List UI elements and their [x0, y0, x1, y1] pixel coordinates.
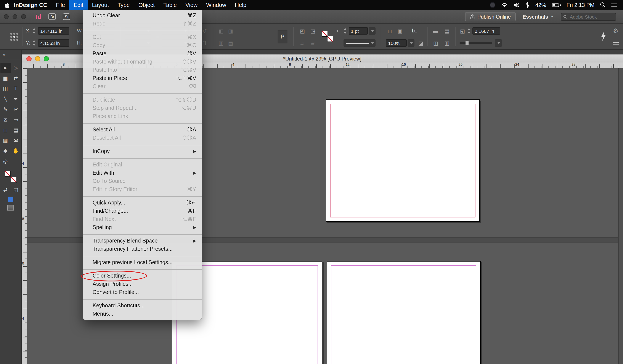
- adobe-stock-search[interactable]: [561, 13, 616, 20]
- menubar-app-name[interactable]: InDesign CC: [13, 0, 52, 10]
- close-window-button[interactable]: [4, 14, 9, 19]
- gradient-swatch-tool[interactable]: ▤: [11, 125, 21, 135]
- menubar-menu-layout[interactable]: Layout: [88, 0, 113, 10]
- stroke-weight-stepper[interactable]: [344, 27, 347, 35]
- menu-item-incopy[interactable]: InCopy▶: [83, 147, 202, 156]
- eyedropper-tool[interactable]: ◆: [0, 146, 11, 156]
- align-icon-2[interactable]: ◳: [309, 28, 317, 35]
- vertical-scrollbar[interactable]: [618, 68, 623, 364]
- menu-item-transparency-flattener-presets[interactable]: Transparency Flattener Presets...: [83, 245, 202, 253]
- y-input[interactable]: [38, 39, 69, 47]
- minimize-window-button[interactable]: [13, 14, 17, 19]
- content-collector-tool[interactable]: ◫: [0, 83, 11, 94]
- apply-dropdown-icon[interactable]: ▼: [335, 28, 340, 35]
- menubar-clock[interactable]: Fri 2:13 PM: [567, 2, 594, 8]
- scissors-tool[interactable]: ✂: [11, 104, 21, 115]
- apple-menu-icon[interactable]: [0, 1, 13, 8]
- default-fill-stroke-icon[interactable]: ◱: [11, 185, 21, 195]
- menu-item-edit-with[interactable]: Edit With▶: [83, 169, 202, 177]
- corner-options-icon[interactable]: ◱: [459, 28, 466, 35]
- align-icon-1[interactable]: ◰: [299, 28, 306, 35]
- menu-item-find-change[interactable]: Find/Change...⌘F: [83, 207, 202, 215]
- x-stepper[interactable]: [32, 27, 36, 35]
- menubar-menu-object[interactable]: Object: [134, 0, 159, 10]
- free-transform-tool[interactable]: ◻: [0, 125, 11, 135]
- text-wrap-icon[interactable]: ▤: [443, 28, 451, 35]
- bluetooth-icon[interactable]: [526, 2, 530, 8]
- page-1[interactable]: [326, 100, 480, 222]
- rectangle-frame-tool[interactable]: ⊠: [0, 115, 11, 125]
- stock-button[interactable]: St: [63, 13, 70, 20]
- notification-icon[interactable]: [490, 2, 496, 8]
- vertical-ruler[interactable]: 4804: [22, 68, 27, 364]
- slider-dropdown[interactable]: [495, 39, 502, 47]
- menu-item-select-all[interactable]: Select All⌘A: [83, 126, 202, 134]
- spotlight-icon[interactable]: [600, 2, 606, 8]
- bridge-button[interactable]: Br: [49, 13, 56, 20]
- menubar-menu-help[interactable]: Help: [231, 0, 251, 10]
- screen-mode-button[interactable]: [7, 205, 14, 211]
- menu-item-paste[interactable]: Paste⌘V: [83, 50, 202, 58]
- effects-fx-button[interactable]: fx.: [412, 28, 417, 33]
- menubar-menu-window[interactable]: Window: [202, 0, 231, 10]
- gear-icon[interactable]: ⚙: [612, 27, 620, 34]
- fill-swatch[interactable]: [4, 171, 11, 177]
- fill-swatch[interactable]: [322, 31, 328, 37]
- menubar-menu-file[interactable]: File: [52, 0, 69, 10]
- menubar-menu-view[interactable]: View: [181, 0, 202, 10]
- preview-slider[interactable]: [459, 42, 492, 44]
- direct-selection-tool[interactable]: ▷: [11, 63, 21, 73]
- fill-stroke-proxy[interactable]: [322, 31, 333, 42]
- menu-item-assign-profiles[interactable]: Assign Profiles...: [83, 280, 202, 288]
- stroke-weight-dropdown[interactable]: [369, 27, 376, 35]
- stock-search-input[interactable]: [569, 14, 614, 20]
- tools-collapse-button[interactable]: «: [0, 50, 21, 60]
- x-input[interactable]: [38, 27, 69, 35]
- menubar-menu-edit[interactable]: Edit: [69, 0, 88, 10]
- menubar-menu-type[interactable]: Type: [113, 0, 134, 10]
- swap-fill-stroke-icon[interactable]: ⇄: [0, 185, 11, 195]
- selection-tool[interactable]: ►: [0, 63, 11, 73]
- line-tool[interactable]: ╲: [0, 94, 11, 104]
- wifi-icon[interactable]: [501, 2, 508, 8]
- menu-item-convert-to-profile[interactable]: Convert to Profile...: [83, 288, 202, 297]
- corner-radius-input[interactable]: [472, 27, 500, 35]
- page-3[interactable]: [327, 261, 481, 364]
- ruler-origin-corner[interactable]: [22, 63, 27, 68]
- notification-center-icon[interactable]: [611, 2, 617, 8]
- menu-item-paste-in-place[interactable]: Paste in Place⌥⇧⌘V: [83, 74, 202, 82]
- menu-item-menus[interactable]: Menus...: [83, 310, 202, 318]
- pencil-tool[interactable]: ✎: [0, 104, 11, 115]
- workspace-switcher[interactable]: Essentials▼: [522, 14, 554, 20]
- menu-item-quick-apply[interactable]: Quick Apply...⌘↵: [83, 199, 202, 207]
- pen-tool[interactable]: ✒: [11, 94, 21, 104]
- note-tool[interactable]: ✉: [11, 135, 21, 146]
- publish-online-button[interactable]: Publish Online: [465, 12, 516, 21]
- type-tool[interactable]: T: [11, 83, 21, 94]
- quick-apply-lightning-icon[interactable]: [601, 31, 606, 42]
- battery-icon[interactable]: [552, 3, 561, 7]
- rectangle-tool[interactable]: ▭: [11, 115, 21, 125]
- stroke-weight-input[interactable]: [349, 27, 368, 35]
- y-stepper[interactable]: [32, 39, 36, 47]
- text-wrap-none-icon[interactable]: ▬: [432, 28, 440, 35]
- drop-shadow-icon[interactable]: ◪: [417, 40, 425, 47]
- stroke-type-dropdown[interactable]: [344, 39, 376, 47]
- frame-fitting-icon-2[interactable]: ▥: [443, 40, 451, 47]
- menu-item-spelling[interactable]: Spelling▶: [83, 223, 202, 232]
- menu-item-undo-clear[interactable]: Undo Clear⌘Z: [83, 12, 202, 20]
- zoom-window-button[interactable]: [21, 14, 26, 19]
- opacity-input[interactable]: [386, 39, 407, 47]
- menu-item-migrate-previous-local-settings[interactable]: Migrate previous Local Settings...: [83, 259, 202, 267]
- tools-fill-stroke-proxy[interactable]: [4, 171, 17, 183]
- menubar-menu-table[interactable]: Table: [159, 0, 181, 10]
- panel-menu-icon[interactable]: [613, 41, 619, 47]
- hand-tool[interactable]: ✋: [11, 146, 21, 156]
- reference-point-selector[interactable]: [10, 33, 18, 41]
- filled-box-icon[interactable]: ▣: [396, 28, 404, 35]
- apply-color-swatch[interactable]: [8, 197, 13, 202]
- frame-fitting-icon-1[interactable]: ◫: [432, 40, 440, 47]
- gap-tool[interactable]: ⇄: [11, 73, 21, 83]
- menu-item-keyboard-shortcuts[interactable]: Keyboard Shortcuts...: [83, 302, 202, 310]
- stroke-swatch[interactable]: [327, 36, 333, 42]
